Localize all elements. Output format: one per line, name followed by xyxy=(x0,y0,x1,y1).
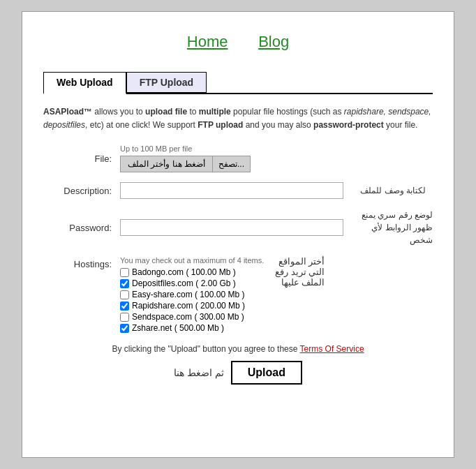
upload-button[interactable]: Upload xyxy=(231,361,302,385)
file-row: File: Up to 100 MB per file أضغط هنا وأخ… xyxy=(43,144,433,172)
blog-link[interactable]: Blog xyxy=(258,33,289,50)
list-item: Zshare.net ( 500.00 Mb ) xyxy=(120,323,264,333)
main-window: Home Blog Web Upload FTP Upload ASAPload… xyxy=(22,11,454,458)
tab-bar: Web Upload FTP Upload xyxy=(43,72,433,94)
home-link[interactable]: Home xyxy=(187,33,228,50)
browse-button[interactable]: تصفح... xyxy=(213,156,251,172)
upload-arabic-label: ثم اضغط هنا xyxy=(174,367,224,378)
file-buttons: أضغط هنا وأختر الملف تصفح... xyxy=(120,156,433,172)
description-hint: لكتابة وصف للملف xyxy=(360,186,426,195)
hostings-wrapper: You may check out a maximum of 4 items. … xyxy=(120,256,325,334)
hostings-note: You may check out a maximum of 4 items. xyxy=(120,256,264,265)
depositfiles-label: Depositfiles.com ( 2.00 Gb ) xyxy=(132,278,236,288)
password-hint: لوضع رقم سري يمنع ظهور الروابط لأي شخص xyxy=(352,209,433,246)
zshare-checkbox[interactable] xyxy=(120,324,129,333)
hostings-row: Hostings: You may check out a maximum of… xyxy=(43,256,433,334)
password-content xyxy=(120,219,343,236)
file-note: Up to 100 MB per file xyxy=(120,144,433,153)
hostings-arabic-hint: أختر المواقع التي تريد رفع الملف عليها xyxy=(275,256,325,288)
tab-web-upload[interactable]: Web Upload xyxy=(43,72,126,94)
file-content: Up to 100 MB per file أضغط هنا وأختر الم… xyxy=(120,144,433,172)
description-text: ASAPload™ allows you to upload file to m… xyxy=(43,105,433,132)
list-item: Rapidshare.com ( 200.00 Mb ) xyxy=(120,301,264,311)
hostings-label: Hostings: xyxy=(43,256,120,269)
description-input[interactable] xyxy=(120,182,343,199)
list-item: Easy-share.com ( 100.00 Mb ) xyxy=(120,290,264,299)
list-item: Sendspace.com ( 300.00 Mb ) xyxy=(120,312,264,322)
sendspace-checkbox[interactable] xyxy=(120,313,129,322)
tab-ftp-upload[interactable]: FTP Upload xyxy=(126,72,207,93)
badongo-checkbox[interactable] xyxy=(120,268,129,277)
description-row: Description: لكتابة وصف للملف xyxy=(43,182,433,199)
upload-row: ثم اضغط هنا Upload xyxy=(43,361,433,385)
depositfiles-checkbox[interactable] xyxy=(120,279,129,288)
rapidshare-label: Rapidshare.com ( 200.00 Mb ) xyxy=(132,301,245,311)
tos-link[interactable]: Terms Of Service xyxy=(300,344,364,354)
badongo-label: Badongo.com ( 100.00 Mb ) xyxy=(132,267,236,277)
password-row: Password: لوضع رقم سري يمنع ظهور الروابط… xyxy=(43,209,433,246)
navigation: Home Blog xyxy=(43,26,433,51)
description-content xyxy=(120,182,352,199)
password-label: Password: xyxy=(43,223,120,233)
sendspace-label: Sendspace.com ( 300.00 Mb ) xyxy=(132,312,244,322)
browse-arabic-button[interactable]: أضغط هنا وأختر الملف xyxy=(120,156,213,172)
easyshare-label: Easy-share.com ( 100.00 Mb ) xyxy=(132,290,244,299)
password-input[interactable] xyxy=(120,219,343,236)
list-item: Badongo.com ( 100.00 Mb ) xyxy=(120,267,264,277)
tos-prefix: By clicking the "Upload" button you agre… xyxy=(112,344,299,354)
description-label: Description: xyxy=(43,186,120,196)
tos-line: By clicking the "Upload" button you agre… xyxy=(43,344,433,354)
list-item: Depositfiles.com ( 2.00 Gb ) xyxy=(120,278,264,288)
easyshare-checkbox[interactable] xyxy=(120,290,129,299)
rapidshare-checkbox[interactable] xyxy=(120,302,129,311)
hostings-content: You may check out a maximum of 4 items. … xyxy=(120,256,264,334)
zshare-label: Zshare.net ( 500.00 Mb ) xyxy=(132,323,224,333)
file-label: File: xyxy=(43,154,120,164)
